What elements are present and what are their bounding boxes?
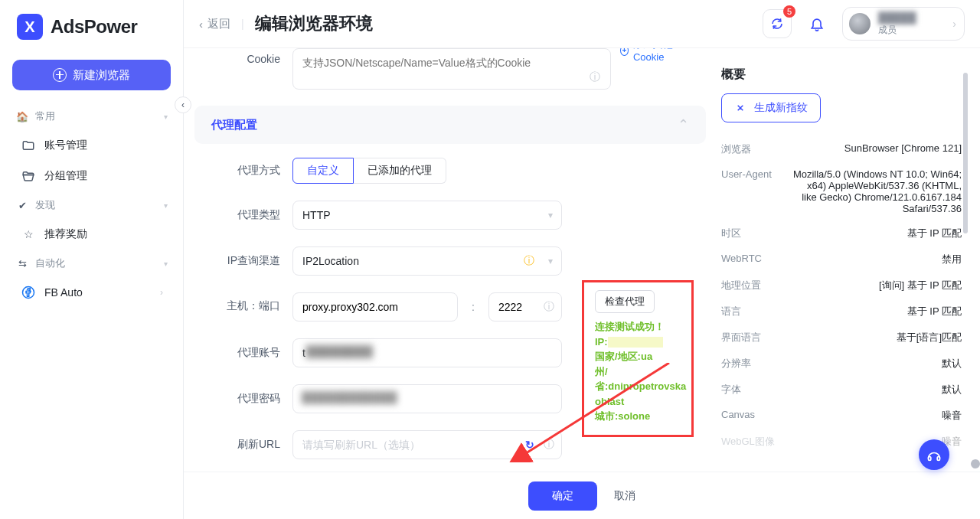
chevron-down-icon: ▾	[164, 201, 168, 210]
ip-channel-select[interactable]	[292, 246, 562, 276]
notification-badge: 5	[783, 5, 795, 18]
form-area: Cookie + 添加其他Cookie 代理配置 ⌃ 代理	[194, 48, 709, 472]
ip-channel-label: IP查询渠道	[207, 254, 292, 268]
info-icon[interactable]	[590, 70, 600, 84]
svg-rect-3	[937, 457, 939, 461]
kv-key: 语言	[721, 305, 790, 318]
plus-icon	[53, 68, 67, 82]
colon-separator: :	[458, 301, 488, 313]
nav-group-mgmt[interactable]: 分组管理	[8, 161, 175, 191]
proxy-method-custom[interactable]: 自定义	[292, 158, 354, 184]
kv-key: 分辨率	[721, 357, 790, 370]
discover-icon: ✔	[15, 200, 29, 211]
back-label: 返回	[207, 17, 230, 31]
nav-item-label: 分组管理	[44, 169, 87, 183]
fb-icon	[21, 286, 35, 299]
kv-value: 噪音	[790, 409, 962, 423]
page-title: 编辑浏览器环境	[255, 12, 373, 35]
collapse-sidebar-toggle[interactable]: ‹	[175, 96, 191, 113]
info-icon[interactable]	[544, 300, 554, 314]
section-proxy-header[interactable]: 代理配置 ⌃	[194, 106, 706, 144]
kv-value: SunBrowser [Chrome 121]	[790, 142, 962, 156]
new-browser-button[interactable]: 新建浏览器	[12, 60, 171, 90]
topbar: ‹ 返回 | 编辑浏览器环境 5 █████ 成员	[184, 0, 980, 48]
logo-mark: X	[17, 14, 43, 40]
chevron-right-icon: ›	[160, 287, 163, 298]
footer: 确定 取消	[184, 472, 980, 519]
add-cookie-label: 添加其他Cookie	[633, 48, 686, 63]
refresh-button[interactable]: 5	[763, 9, 792, 38]
generate-fingerprint-button[interactable]: 生成新指纹	[721, 93, 821, 122]
kv-value: 基于[语言]匹配	[790, 331, 962, 344]
automation-icon: ⇆	[15, 258, 29, 269]
chevron-up-icon: ⌃	[678, 116, 689, 133]
kv-key: WebGL图像	[721, 435, 790, 449]
back-button[interactable]: ‹ 返回	[199, 17, 230, 31]
proxy-type-select[interactable]	[292, 201, 562, 230]
add-other-cookie[interactable]: + 添加其他Cookie	[620, 48, 686, 63]
nav-section-discover[interactable]: ✔ 发现 ▾	[8, 191, 175, 219]
proxy-method-label: 代理方式	[207, 164, 292, 178]
notifications-button[interactable]	[802, 9, 831, 38]
confirm-button[interactable]: 确定	[528, 481, 597, 511]
cookie-input[interactable]	[292, 48, 611, 90]
logo: X AdsPower	[0, 0, 183, 54]
kv-key: 浏览器	[721, 142, 790, 156]
info-icon[interactable]	[524, 254, 534, 268]
section-title: 代理配置	[211, 118, 257, 132]
kv-value: 基于 IP 匹配	[790, 227, 962, 240]
cookie-label: Cookie	[207, 48, 292, 65]
svg-rect-2	[929, 457, 931, 461]
proxy-host-input[interactable]	[292, 292, 458, 322]
kv-key: 地理位置	[721, 279, 790, 292]
user-name: █████	[878, 11, 916, 24]
nav-section-common[interactable]: 🏠 常用 ▾	[8, 103, 175, 130]
chevron-down-icon: ▾	[164, 113, 168, 121]
kv-value: [询问] 基于 IP 匹配	[790, 279, 962, 292]
refresh-url-label: 刷新URL	[207, 438, 292, 452]
logo-text: AdsPower	[51, 16, 137, 38]
nav-account-mgmt[interactable]: 账号管理	[8, 130, 175, 161]
kv-value: Mozilla/5.0 (Windows NT 10.0; Win64; x64…	[790, 168, 962, 214]
nav-section-label: 常用	[35, 109, 55, 123]
proxy-user-label: 代理账号	[207, 346, 292, 360]
kv-key: WebRTC	[721, 253, 790, 266]
kv-key: User-Agent	[721, 168, 790, 214]
star-icon: ☆	[21, 228, 35, 240]
proxy-method-added[interactable]: 已添加的代理	[354, 158, 446, 184]
refresh-icon[interactable]	[525, 439, 534, 451]
cancel-button[interactable]: 取消	[614, 489, 635, 503]
check-proxy-button[interactable]: 检查代理	[595, 290, 655, 313]
kv-value: 默认	[790, 357, 962, 370]
summary-panel: 概要 生成新指纹 浏览器SunBrowser [Chrome 121] User…	[721, 48, 969, 472]
nav-item-label: 推荐奖励	[44, 227, 87, 241]
chevron-left-icon: ‹	[199, 18, 203, 31]
folder-open-icon	[21, 169, 35, 183]
kv-value: 基于 IP 匹配	[790, 305, 962, 318]
sidebar: X AdsPower 新建浏览器 ‹ 🏠 常用 ▾ 账号管理	[0, 0, 184, 519]
scroll-knob[interactable]	[971, 459, 980, 468]
new-browser-label: 新建浏览器	[73, 68, 130, 83]
folder-icon	[21, 139, 35, 152]
user-menu[interactable]: █████ 成员 ›	[842, 7, 965, 41]
nav-section-label: 自动化	[35, 256, 65, 270]
proxy-check-panel: 检查代理 连接测试成功！ IP: 国家/地区:ua 州/省:dnipropetr…	[582, 280, 694, 437]
chevron-down-icon: ▾	[164, 260, 168, 268]
help-fab[interactable]	[919, 439, 949, 470]
avatar	[849, 13, 871, 34]
summary-title: 概要	[721, 67, 962, 83]
info-icon[interactable]	[544, 438, 554, 452]
host-port-label: 主机：端口	[207, 292, 292, 313]
nav-section-label: 发现	[35, 198, 55, 212]
nav-recommend[interactable]: ☆ 推荐奖励	[8, 219, 175, 250]
nav-fb-auto[interactable]: FB Auto ›	[8, 277, 175, 308]
user-role: 成员	[878, 24, 916, 37]
home-icon: 🏠	[15, 111, 29, 122]
kv-key: Canvas	[721, 409, 790, 423]
refresh-url-input[interactable]	[292, 430, 562, 459]
kv-value: 默认	[790, 383, 962, 397]
proxy-type-label: 代理类型	[207, 208, 292, 222]
plus-icon: +	[620, 48, 629, 56]
nav-section-automation[interactable]: ⇆ 自动化 ▾	[8, 250, 175, 277]
kv-key: 界面语言	[721, 331, 790, 344]
